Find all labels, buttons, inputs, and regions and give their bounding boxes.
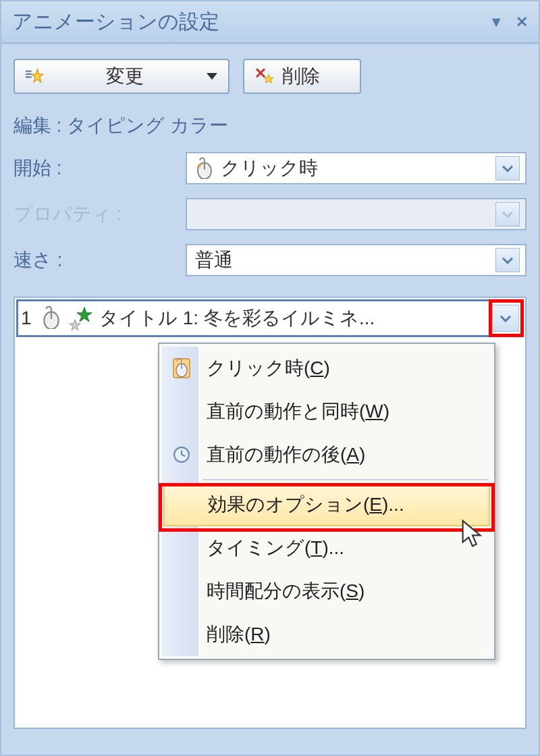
menu-item-with-previous[interactable]: 直前の動作と同時(W)	[162, 390, 491, 433]
stars-icon	[67, 306, 94, 330]
property-label: プロパティ :	[14, 201, 186, 227]
speed-label: 速さ :	[14, 247, 186, 273]
mouse-icon	[170, 357, 193, 380]
change-button[interactable]: 変更	[14, 59, 230, 94]
speed-select[interactable]: 普通	[186, 244, 526, 276]
edit-label: 編集 : タイピング カラー	[14, 113, 526, 138]
speed-value: 普通	[195, 247, 495, 273]
item-dropdown-button[interactable]	[492, 305, 519, 332]
menu-item-label: クリック時(C)	[207, 355, 330, 381]
menu-item-delete[interactable]: 削除(R)	[162, 613, 491, 656]
panel-close-icon[interactable]: ✕	[516, 14, 528, 31]
panel-menu-arrow-icon[interactable]: ▼	[489, 14, 504, 31]
star-icon	[26, 68, 43, 85]
menu-item-label: 直前の動作と同時(W)	[207, 399, 389, 424]
cursor-icon	[460, 519, 485, 553]
item-text: タイトル 1: 冬を彩るイルミネ...	[99, 305, 487, 331]
mouse-icon	[195, 157, 214, 179]
clock-icon	[170, 443, 193, 466]
menu-item-after-previous[interactable]: 直前の動作の後(A)	[162, 433, 491, 476]
menu-item-timing[interactable]: タイミング(T)...	[162, 526, 491, 570]
menu-item-show-timeline[interactable]: 時間配分の表示(S)	[162, 570, 491, 613]
animation-settings-panel: アニメーションの設定 ▼ ✕ 変更	[0, 0, 540, 756]
panel-title: アニメーションの設定	[12, 8, 219, 36]
dropdown-arrow-icon	[207, 73, 217, 80]
menu-item-label: タイミング(T)...	[207, 535, 344, 561]
chevron-down-icon	[495, 202, 520, 226]
item-number: 1	[21, 307, 36, 329]
svg-marker-12	[77, 307, 92, 322]
svg-rect-0	[26, 70, 32, 72]
menu-item-label: 削除(R)	[207, 622, 271, 647]
toolbar: 変更 削除	[14, 59, 526, 94]
panel-content: 変更 削除 編集 : タイピング カラー 開始 :	[1, 44, 539, 744]
menu-item-label: 効果のオプション(E)...	[208, 492, 404, 518]
remove-button[interactable]: 削除	[243, 59, 361, 94]
svg-rect-2	[26, 76, 32, 78]
svg-marker-11	[70, 320, 80, 330]
menu-item-click[interactable]: クリック時(C)	[162, 347, 491, 390]
menu-item-label: 時間配分の表示(S)	[207, 578, 364, 604]
svg-marker-6	[264, 74, 273, 83]
mouse-icon	[41, 306, 61, 330]
menu-separator	[202, 479, 489, 480]
animation-list: 1 タイトル 1: 冬を彩るイルミネ...	[14, 297, 526, 729]
start-select[interactable]: クリック時	[186, 152, 526, 184]
start-value: クリック時	[221, 155, 495, 181]
menu-item-label: 直前の動作の後(A)	[207, 442, 365, 468]
property-select	[186, 198, 526, 230]
context-menu: クリック時(C) 直前の動作と同時(W) 直前の動作の後(A)	[158, 343, 495, 660]
menu-item-effect-options[interactable]: 効果のオプション(E)...	[163, 483, 490, 526]
svg-marker-3	[32, 69, 43, 82]
remove-icon	[255, 68, 275, 85]
remove-button-label: 削除	[282, 64, 320, 89]
chevron-down-icon[interactable]	[495, 248, 520, 272]
list-item[interactable]: 1 タイトル 1: 冬を彩るイルミネ...	[16, 299, 524, 337]
svg-rect-1	[26, 74, 32, 75]
panel-titlebar: アニメーションの設定 ▼ ✕	[1, 1, 539, 44]
start-label: 開始 :	[14, 155, 186, 181]
change-button-label: 変更	[50, 64, 200, 89]
chevron-down-icon[interactable]	[495, 156, 520, 180]
